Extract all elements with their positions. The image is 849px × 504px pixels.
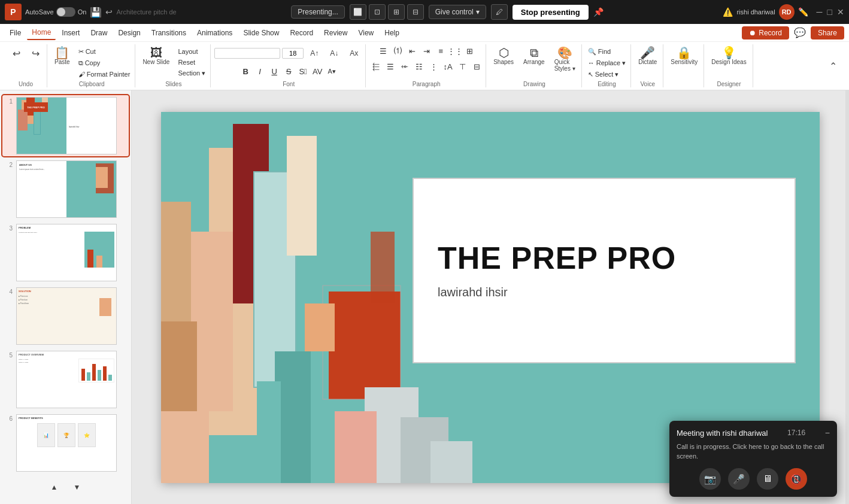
slide-scroll-up[interactable]: ▲ [46, 478, 63, 496]
layout-btn[interactable]: Layout [175, 47, 208, 56]
menu-record[interactable]: Record [285, 26, 318, 40]
font-size-input[interactable]: 18 [282, 48, 304, 59]
text-dir-btn[interactable]: ↕A [441, 60, 454, 73]
indent-dec-btn[interactable]: ⇤ [405, 44, 419, 57]
laser-pointer-btn[interactable]: 🖊 [491, 4, 508, 20]
shadow-btn[interactable]: S⃞ [296, 65, 310, 78]
menu-design[interactable]: Design [113, 26, 145, 40]
meeting-screen-btn[interactable]: 🖥 [757, 468, 778, 490]
slide-num-5: 5 [4, 351, 13, 359]
strikethrough-btn[interactable]: S [282, 65, 295, 78]
menu-review[interactable]: Review [319, 26, 352, 40]
close-icon[interactable]: ✕ [837, 7, 844, 17]
find-btn[interactable]: 🔍 Find [586, 47, 628, 57]
replace-btn[interactable]: ↔ Replace ▾ [586, 58, 628, 68]
columns-btn[interactable]: ⋮⋮ [448, 44, 462, 57]
numbering-btn[interactable]: ⑴ [391, 44, 404, 57]
arrange-btn[interactable]: ⧉ Arrange [520, 44, 548, 68]
stop-presenting-button[interactable]: Stop presenting [513, 5, 589, 20]
menu-transitions[interactable]: Transitions [147, 26, 191, 40]
quick-styles-btn[interactable]: 🎨 QuickStyles ▾ [551, 44, 579, 74]
section-btn[interactable]: Section ▾ [175, 68, 208, 78]
slide-num-2: 2 [4, 160, 13, 168]
editing-group: 🔍 Find ↔ Replace ▾ ↖ Select ▾ Editing [583, 44, 631, 87]
charspacing-btn[interactable]: AV [311, 65, 324, 78]
slide-thumb-5[interactable]: 5 PRODUCT OVERVIEW Metric 1: value Metri… [2, 349, 129, 410]
meeting-mic-btn[interactable]: 🎤 [728, 468, 750, 490]
bullets-btn[interactable]: ☰ [377, 44, 390, 57]
right-scroll-strip[interactable] [845, 90, 849, 504]
increase-font-btn[interactable]: A↑ [305, 44, 323, 62]
present-ctrl-2[interactable]: ⊡ [369, 4, 386, 20]
sensitivity-group: 🔒 Sensitivity [665, 44, 704, 87]
shapes-icon: ⬡ [499, 47, 509, 59]
format-painter-btn[interactable]: 🖌 Format Painter [76, 69, 133, 79]
restore-icon[interactable]: □ [827, 7, 832, 17]
decrease-font-btn[interactable]: A↓ [325, 44, 343, 62]
italic-btn[interactable]: I [253, 65, 266, 78]
autosave-toggle[interactable] [56, 7, 75, 17]
align-right-btn[interactable]: ⬰ [398, 60, 411, 73]
menu-animations[interactable]: Animations [192, 26, 237, 40]
redo-btn[interactable]: ↪ [26, 44, 44, 62]
meeting-close-btn[interactable]: − [825, 428, 830, 438]
menu-help[interactable]: Help [380, 26, 404, 40]
menu-file[interactable]: File [5, 26, 26, 40]
new-slide-btn[interactable]: 🖼 New Slide [139, 44, 173, 68]
menu-draw[interactable]: Draw [86, 26, 112, 40]
underline-btn[interactable]: U [268, 65, 281, 78]
fontcolor-btn[interactable]: A▾ [325, 65, 338, 78]
menu-home[interactable]: Home [27, 26, 56, 40]
meeting-hangup-btn[interactable]: 📵 [786, 468, 807, 490]
collapse-ribbon-btn[interactable]: ⌃ [824, 57, 842, 75]
pen-icon[interactable]: ✏️ [798, 7, 808, 17]
select-btn[interactable]: ↖ Select ▾ [586, 69, 628, 80]
sensitivity-btn[interactable]: 🔒 Sensitivity [667, 44, 701, 68]
menu-slideshow[interactable]: Slide Show [238, 26, 284, 40]
slide-scroll-down[interactable]: ▼ [68, 478, 86, 496]
pin-icon[interactable]: 📌 [593, 7, 604, 17]
menu-insert[interactable]: Insert [57, 26, 84, 40]
give-control-btn[interactable]: Give control ▾ [429, 5, 486, 19]
meeting-body[interactable]: Call is in progress. Click here to go ba… [677, 442, 830, 461]
smartart2-btn[interactable]: ⊟ [470, 60, 483, 73]
share-button[interactable]: Share [811, 26, 844, 40]
undo-icon[interactable]: ↩ [105, 7, 113, 17]
minimize-icon[interactable]: ─ [817, 7, 823, 17]
present-ctrl-4[interactable]: ⊟ [407, 4, 424, 20]
slide-thumb-4[interactable]: 4 SOLUTION ■ Point one ■ Point two ■ Poi… [2, 286, 129, 347]
menu-view[interactable]: View [353, 26, 378, 40]
slide-thumb-2[interactable]: 2 ABOUT US Lorem ipsum text content here… [2, 159, 129, 220]
indent-inc-btn[interactable]: ⇥ [420, 44, 433, 57]
present-ctrl-1[interactable]: ⬜ [350, 4, 366, 20]
smart-art-btn[interactable]: ⊞ [463, 44, 476, 57]
bold-btn[interactable]: B [239, 65, 252, 78]
align-center-btn[interactable]: ☰ [384, 60, 397, 73]
paste-btn[interactable]: 📋 Paste [51, 44, 74, 68]
reset-btn[interactable]: Reset [175, 57, 208, 67]
font-name-input[interactable] [214, 48, 280, 59]
line-spacing-btn[interactable]: ≡ [434, 44, 447, 57]
save-icon[interactable]: 💾 [90, 7, 102, 18]
slide-content-box[interactable]: THE PREP PRO lawirahd ihsir [413, 178, 796, 363]
cut-btn[interactable]: ✂ Cut [76, 47, 133, 57]
col-spacer-btn[interactable]: ⋮ [427, 60, 440, 73]
dictate-btn[interactable]: 🎤 Dictate [635, 44, 660, 68]
paragraph-label: Paragraph [413, 81, 441, 87]
comment-icon[interactable]: 💬 [794, 27, 806, 38]
slide-thumb-3[interactable]: 3 PROBLEM Content area with text lines..… [2, 222, 129, 283]
meeting-camera-btn[interactable]: 📷 [699, 468, 721, 490]
present-ctrl-3[interactable]: ⊞ [388, 4, 405, 20]
design-ideas-btn[interactable]: 💡 Design Ideas [708, 44, 750, 68]
shapes-btn[interactable]: ⬡ Shapes [490, 44, 517, 68]
clear-format-btn[interactable]: Ax [345, 44, 363, 62]
text-align-btn[interactable]: ⊤ [456, 60, 469, 73]
ribbon: File Home Insert Draw Design Transitions… [0, 24, 849, 90]
align-left-btn[interactable]: ⬱ [369, 60, 383, 73]
record-button[interactable]: ⏺ Record [742, 26, 789, 40]
slide-thumb-1[interactable]: 1 THE PREP PRO lawirahd ihsir [2, 95, 129, 156]
undo-btn[interactable]: ↩ [7, 44, 25, 62]
copy-btn[interactable]: ⧉ Copy [76, 58, 133, 68]
slide-thumb-6[interactable]: 6 PRODUCT BENEFITS 📊 🏆 ⭐ [2, 412, 129, 473]
justify-btn[interactable]: ☷ [413, 60, 426, 73]
